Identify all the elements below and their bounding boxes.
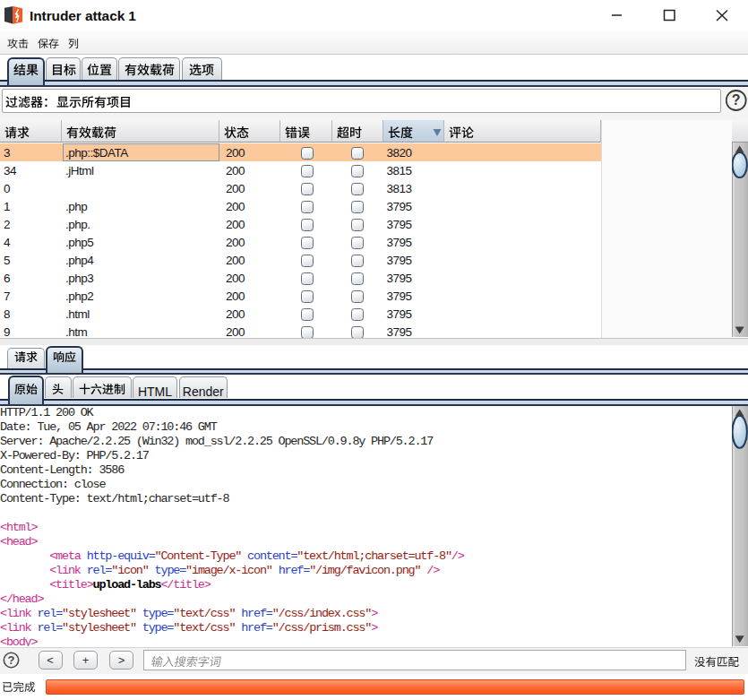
svg-text:?: ? — [8, 653, 15, 667]
svg-text:?: ? — [732, 92, 741, 108]
